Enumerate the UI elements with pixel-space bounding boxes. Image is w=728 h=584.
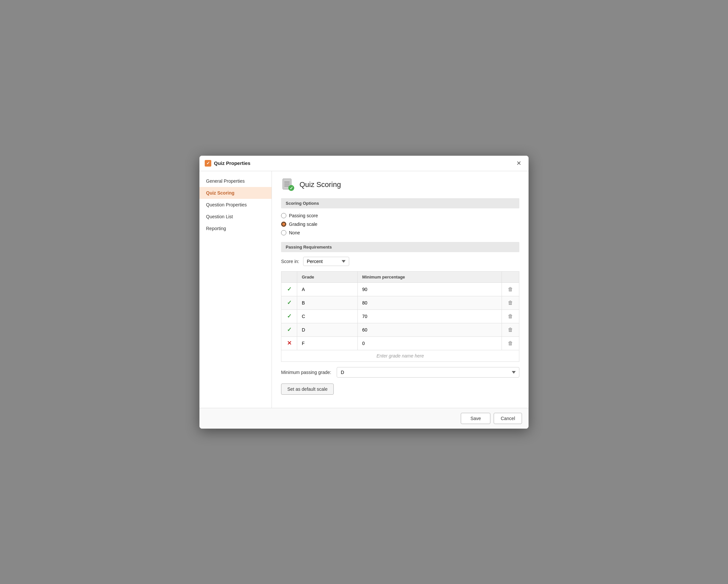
passing-score-option[interactable]: Passing score [281, 213, 519, 218]
main-area: General Properties Quiz Scoring Question… [200, 171, 528, 408]
delete-cell: 🗑 [502, 282, 519, 296]
delete-cell: 🗑 [502, 296, 519, 309]
none-radio[interactable] [281, 230, 286, 235]
grade-cell: F [297, 336, 358, 350]
delete-cell: 🗑 [502, 336, 519, 350]
pass-fail-indicator: ✕ [281, 336, 297, 350]
content-header: ✓ Quiz Scoring [281, 178, 519, 192]
content-title: Quiz Scoring [300, 180, 341, 189]
sidebar-item-reporting[interactable]: Reporting [200, 223, 271, 234]
check-icon: ✓ [287, 286, 292, 292]
sidebar-item-question-list[interactable]: Question List [200, 211, 271, 223]
sidebar-item-quiz-scoring[interactable]: Quiz Scoring [200, 187, 271, 199]
delete-row-button[interactable]: 🗑 [506, 286, 514, 293]
cross-icon: ✕ [287, 340, 292, 346]
title-bar: Quiz Properties ✕ [200, 156, 528, 171]
min-pct-cell: 90 [358, 282, 501, 296]
col-min-pct-header: Minimum percentage [358, 271, 501, 282]
min-pct-cell: 70 [358, 309, 501, 323]
check-icon: ✓ [287, 300, 292, 306]
passing-requirements-header: Passing Requirements [281, 242, 519, 252]
col-grade-header: Grade [297, 271, 358, 282]
title-bar-left: Quiz Properties [205, 160, 251, 167]
none-option[interactable]: None [281, 230, 519, 235]
grade-table-header-row: Grade Minimum percentage [281, 271, 519, 282]
cancel-button[interactable]: Cancel [494, 413, 522, 424]
delete-row-button[interactable]: 🗑 [506, 313, 514, 320]
grading-scale-option[interactable]: Grading scale [281, 222, 519, 227]
score-in-select[interactable]: Percent Points [303, 257, 349, 266]
pass-fail-indicator: ✓ [281, 296, 297, 309]
table-row: ✓A90🗑 [281, 282, 519, 296]
dialog-footer: Save Cancel [200, 408, 528, 429]
col-check-header [281, 271, 297, 282]
close-button[interactable]: ✕ [514, 159, 523, 168]
none-label: None [289, 230, 300, 235]
enter-grade-placeholder[interactable]: Enter grade name here [281, 350, 519, 361]
grading-scale-label: Grading scale [289, 222, 317, 227]
svg-text:✓: ✓ [290, 186, 293, 191]
min-pct-cell: 0 [358, 336, 501, 350]
delete-row-button[interactable]: 🗑 [506, 299, 514, 306]
quiz-properties-dialog: Quiz Properties ✕ General Properties Qui… [200, 156, 528, 429]
delete-row-button[interactable]: 🗑 [506, 326, 514, 333]
min-pct-cell: 80 [358, 296, 501, 309]
grade-cell: C [297, 309, 358, 323]
pass-fail-indicator: ✓ [281, 309, 297, 323]
delete-cell: 🗑 [502, 309, 519, 323]
score-in-label: Score in: [281, 259, 299, 264]
passing-requirements-section: Passing Requirements Score in: Percent P… [281, 242, 519, 395]
delete-row-button[interactable]: 🗑 [506, 340, 514, 347]
table-row: ✓C70🗑 [281, 309, 519, 323]
min-passing-grade-label: Minimum passing grade: [281, 370, 332, 375]
quiz-scoring-icon: ✓ [281, 178, 295, 192]
sidebar-item-general-properties[interactable]: General Properties [200, 175, 271, 187]
min-passing-grade-select[interactable]: A B C D F [337, 367, 519, 378]
score-in-row: Score in: Percent Points [281, 257, 519, 266]
sidebar: General Properties Quiz Scoring Question… [200, 171, 272, 408]
table-row: ✓D60🗑 [281, 323, 519, 336]
grade-cell: B [297, 296, 358, 309]
sidebar-item-question-properties[interactable]: Question Properties [200, 199, 271, 211]
delete-cell: 🗑 [502, 323, 519, 336]
scoring-options-header: Scoring Options [281, 198, 519, 208]
pass-fail-indicator: ✓ [281, 282, 297, 296]
grade-cell: D [297, 323, 358, 336]
table-row: ✕F0🗑 [281, 336, 519, 350]
content-area: ✓ Quiz Scoring Scoring Options Passing s… [272, 171, 528, 408]
pass-fail-indicator: ✓ [281, 323, 297, 336]
min-pct-cell: 60 [358, 323, 501, 336]
min-passing-grade-row: Minimum passing grade: A B C D F [281, 367, 519, 378]
quiz-properties-icon [205, 160, 211, 167]
scoring-options-section: Scoring Options Passing score Grading sc… [281, 198, 519, 235]
check-icon: ✓ [287, 313, 292, 319]
set-default-scale-button[interactable]: Set as default scale [281, 383, 334, 395]
passing-score-label: Passing score [289, 213, 318, 218]
passing-score-radio[interactable] [281, 213, 286, 218]
col-delete-header [502, 271, 519, 282]
check-icon: ✓ [287, 327, 292, 333]
save-button[interactable]: Save [461, 413, 490, 424]
dialog-title: Quiz Properties [214, 160, 251, 166]
grading-scale-radio[interactable] [281, 222, 286, 227]
grade-cell: A [297, 282, 358, 296]
grade-table: Grade Minimum percentage ✓A90🗑✓B80🗑✓C70🗑… [281, 271, 519, 362]
enter-grade-row: Enter grade name here [281, 350, 519, 361]
table-row: ✓B80🗑 [281, 296, 519, 309]
